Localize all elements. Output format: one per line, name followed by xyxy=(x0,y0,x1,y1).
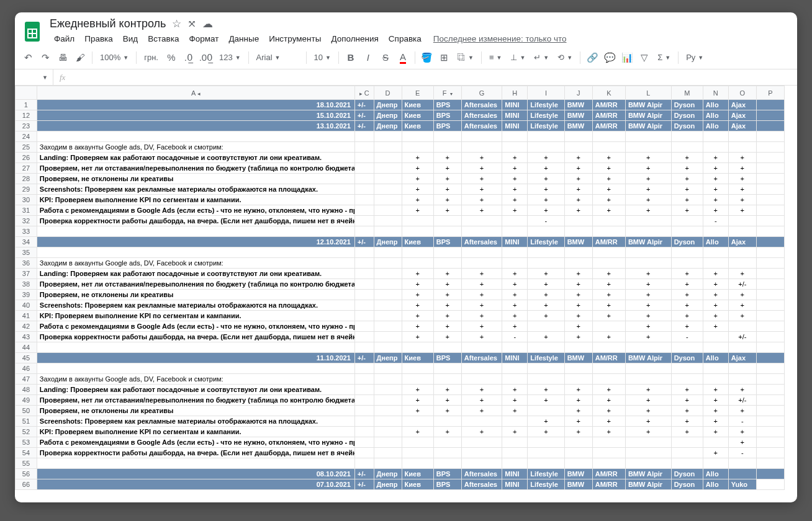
header-cell[interactable]: Allo xyxy=(703,110,728,121)
row-header[interactable]: 30 xyxy=(16,195,37,205)
row-header[interactable]: 24 xyxy=(16,131,37,142)
cell[interactable] xyxy=(528,247,564,258)
value-cell[interactable]: + xyxy=(528,416,564,427)
cell[interactable] xyxy=(625,142,671,153)
task-cell[interactable]: Проверяем, нет ли отставания/перевыполне… xyxy=(37,395,354,406)
value-cell[interactable] xyxy=(354,321,374,332)
value-cell[interactable]: + xyxy=(528,184,564,195)
value-cell[interactable]: + xyxy=(671,321,703,332)
menu-addons[interactable]: Дополнения xyxy=(327,32,382,46)
value-cell[interactable] xyxy=(374,174,402,184)
value-cell[interactable]: + xyxy=(671,406,703,416)
task-cell[interactable]: Проверяем, нет ли отставания/перевыполне… xyxy=(37,163,354,174)
value-cell[interactable]: + xyxy=(433,321,461,332)
task-cell[interactable]: Работа с рекомендациями в Google Ads (ес… xyxy=(37,321,354,332)
value-cell[interactable]: + xyxy=(728,163,756,174)
col-header-O[interactable]: O xyxy=(728,86,756,100)
value-cell[interactable]: + xyxy=(728,174,756,184)
header-cell[interactable]: BPS xyxy=(433,353,461,363)
row-header[interactable]: 52 xyxy=(16,427,37,437)
value-cell[interactable] xyxy=(564,448,592,458)
value-cell[interactable]: + xyxy=(502,184,528,195)
cell[interactable] xyxy=(728,342,756,353)
cell[interactable] xyxy=(703,374,728,385)
header-cell[interactable]: +/- xyxy=(354,237,374,247)
menu-insert[interactable]: Вставка xyxy=(143,32,183,46)
value-cell[interactable] xyxy=(528,437,564,448)
cell[interactable] xyxy=(374,142,402,153)
value-cell[interactable] xyxy=(354,311,374,321)
value-cell[interactable]: + xyxy=(433,395,461,406)
value-cell[interactable] xyxy=(374,311,402,321)
value-cell[interactable]: + xyxy=(703,311,728,321)
value-cell[interactable]: + xyxy=(402,427,433,437)
value-cell[interactable] xyxy=(703,332,728,342)
value-cell[interactable] xyxy=(354,385,374,395)
cell[interactable] xyxy=(703,363,728,374)
row-header[interactable]: 56 xyxy=(16,469,37,479)
row-header[interactable]: 42 xyxy=(16,321,37,332)
header-cell[interactable]: MINI xyxy=(502,479,528,490)
value-cell[interactable]: + xyxy=(433,427,461,437)
value-cell[interactable] xyxy=(461,216,502,226)
value-cell[interactable]: + xyxy=(703,385,728,395)
date-cell[interactable]: 13.10.2021 xyxy=(37,121,354,131)
value-cell[interactable]: + xyxy=(564,205,592,216)
cell[interactable] xyxy=(564,458,592,469)
value-cell[interactable]: + xyxy=(402,205,433,216)
value-cell[interactable]: + xyxy=(433,163,461,174)
task-cell[interactable]: Screenshots: Проверяем как рекламные мат… xyxy=(37,416,354,427)
menu-tools[interactable]: Инструменты xyxy=(264,32,325,46)
value-cell[interactable] xyxy=(502,437,528,448)
cell[interactable] xyxy=(756,226,784,237)
task-cell[interactable]: Работа с рекомендациями в Google Ads (ес… xyxy=(37,437,354,448)
task-cell[interactable]: Проверяем, не отклонены ли креативы xyxy=(37,174,354,184)
value-cell[interactable] xyxy=(354,163,374,174)
value-cell[interactable]: + xyxy=(528,174,564,184)
value-cell[interactable] xyxy=(354,416,374,427)
row-header[interactable]: 55 xyxy=(16,458,37,469)
value-cell[interactable]: +/- xyxy=(728,395,756,406)
cell[interactable] xyxy=(433,458,461,469)
header-cell[interactable]: Aftersales xyxy=(461,469,502,479)
row-header[interactable]: 27 xyxy=(16,163,37,174)
value-cell[interactable]: + xyxy=(671,205,703,216)
value-cell[interactable]: + xyxy=(402,269,433,279)
value-cell[interactable] xyxy=(374,216,402,226)
cell[interactable] xyxy=(625,226,671,237)
move-icon[interactable]: ⤧ xyxy=(187,17,196,30)
value-cell[interactable]: + xyxy=(625,279,671,290)
cell[interactable] xyxy=(502,363,528,374)
value-cell[interactable] xyxy=(433,448,461,458)
header-cell[interactable]: Киев xyxy=(402,121,433,131)
header-cell[interactable]: Dyson xyxy=(671,469,703,479)
value-cell[interactable]: + xyxy=(461,300,502,311)
task-cell[interactable]: KPI: Проверяем выполнение KPI по сегмент… xyxy=(37,427,354,437)
value-cell[interactable]: + xyxy=(402,279,433,290)
header-cell[interactable]: Aftersales xyxy=(461,121,502,131)
task-cell[interactable]: Проверка корректности работы дашборда, н… xyxy=(37,448,354,458)
row-header[interactable]: 66 xyxy=(16,479,37,490)
header-cell[interactable]: Днепр xyxy=(374,353,402,363)
menu-view[interactable]: Вид xyxy=(119,32,142,46)
value-cell[interactable]: + xyxy=(564,195,592,205)
value-cell[interactable]: + xyxy=(703,395,728,406)
cell[interactable] xyxy=(37,131,354,142)
row-header[interactable]: 39 xyxy=(16,290,37,300)
value-cell[interactable] xyxy=(756,395,784,406)
value-cell[interactable]: + xyxy=(728,195,756,205)
value-cell[interactable] xyxy=(756,416,784,427)
cell[interactable] xyxy=(433,342,461,353)
value-cell[interactable] xyxy=(502,416,528,427)
cell[interactable] xyxy=(625,258,671,269)
header-cell[interactable]: Aftersales xyxy=(461,479,502,490)
format-dropdown[interactable]: 123▼ xyxy=(215,50,245,66)
header-cell[interactable]: Ajax xyxy=(728,353,756,363)
cell[interactable] xyxy=(756,342,784,353)
value-cell[interactable]: + xyxy=(402,332,433,342)
cell[interactable] xyxy=(37,363,354,374)
header-cell[interactable]: Днепр xyxy=(374,479,402,490)
cell[interactable] xyxy=(354,131,374,142)
value-cell[interactable]: + xyxy=(703,279,728,290)
value-cell[interactable]: + xyxy=(564,269,592,279)
